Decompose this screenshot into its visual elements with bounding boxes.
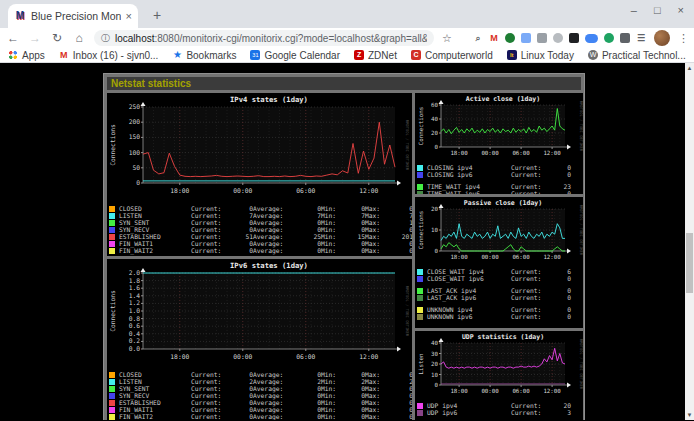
legend-row: LAST_ACK ipv4Current:0	[417, 287, 583, 294]
chart-canvas: 01020304018:0000:0006:0012:00UDP statist…	[417, 332, 583, 397]
chart-passive-close[interactable]: 0102018:0000:0006:0012:00Passive close (…	[415, 197, 583, 328]
scrollbar-up-icon[interactable]: ▲	[685, 63, 694, 73]
legend-stat-value: 0	[347, 413, 365, 420]
legend-stat-value: 0	[347, 406, 365, 413]
legend-swatch	[417, 288, 423, 294]
legend-row: CLOSE_WAIT ipv6Current:0	[417, 275, 583, 282]
new-tab-button[interactable]: +	[146, 4, 168, 26]
legend-row: SYN_SENTCurrent:0Average:0Min:0Max:1	[109, 219, 412, 226]
svg-text:10: 10	[431, 372, 438, 378]
legend-stat-value: 0	[553, 306, 571, 313]
minimize-icon[interactable]: –	[631, 4, 637, 16]
legend-stat-value: 0	[347, 392, 365, 399]
chart-canvas: 05010015020025018:0000:0006:0012:00IPv4 …	[109, 94, 409, 200]
legend-stat-label: Max:	[365, 371, 391, 378]
scrollbar-down-icon[interactable]: ▼	[685, 410, 694, 420]
legend-name: SYN_SENT	[119, 385, 191, 392]
bookmark-label: Computerworld	[425, 50, 493, 61]
svg-text:00:00: 00:00	[481, 254, 499, 260]
address-bar[interactable]: ⓘ localhost:8080/monitorix-cgi/monitorix…	[94, 30, 434, 46]
legend-stat-value: 7	[301, 212, 321, 219]
apps-icon	[8, 50, 18, 60]
maximize-icon[interactable]: □	[654, 4, 661, 16]
svg-text:06:00: 06:00	[296, 187, 315, 194]
chart-ipv4-states[interactable]: 05010015020025018:0000:0006:0012:00IPv4 …	[107, 93, 412, 256]
chart-udp-statistics[interactable]: 01020304018:0000:0006:0012:00UDP statist…	[415, 331, 583, 420]
legend-stat-label: Current:	[191, 240, 233, 247]
bookmark-item[interactable]: 31Google Calendar	[250, 50, 340, 61]
legend-stat-label: Min:	[321, 219, 347, 226]
puzzle-icon[interactable]	[620, 33, 630, 43]
green-leaf-icon[interactable]	[505, 33, 515, 43]
playlist-icon[interactable]: ☰	[636, 33, 646, 43]
legend-row: SYN_SENTCurrent:0Average:0Min:0Max:0	[109, 385, 412, 392]
bookmark-item[interactable]: ZZDNet	[354, 50, 397, 61]
legend-name: ESTABLISHED	[119, 233, 191, 240]
page-scrollbar[interactable]: ▲ ▼	[685, 63, 694, 420]
legend-stat-label: Min:	[321, 399, 347, 406]
bookmark-item[interactable]: Apps	[8, 50, 45, 61]
bookmark-item[interactable]: CComputerworld	[411, 50, 493, 61]
cookie-icon[interactable]	[553, 33, 563, 43]
bookmark-star-icon[interactable]: ☆	[442, 32, 452, 45]
gmail-icon[interactable]: M	[489, 33, 499, 43]
legend-row: CLOSING ipv4Current:0	[417, 164, 583, 171]
page-info-icon[interactable]: ⓘ	[101, 32, 110, 45]
dark-app-icon[interactable]	[569, 33, 579, 43]
legend-row: SYN_RECVCurrent:0Average:0Min:0Max:0	[109, 392, 412, 399]
reload-icon[interactable]: ↻	[50, 31, 64, 45]
legend-name: CLOSE_WAIT ipv6	[427, 275, 511, 282]
svg-text:40: 40	[431, 116, 438, 122]
svg-text:0.8: 0.8	[129, 315, 141, 322]
cw-icon: C	[411, 50, 421, 60]
back-icon[interactable]: ←	[6, 31, 20, 45]
legend-stat-value: 0	[553, 190, 571, 194]
legend-swatch	[109, 227, 115, 233]
bookmark-item[interactable]: ltLinux Today	[507, 50, 574, 61]
legend-swatch	[417, 165, 423, 171]
blue-pill-icon[interactable]	[585, 34, 598, 43]
url-text[interactable]: localhost:8080/monitorix-cgi/monitorix.c…	[115, 33, 427, 44]
pages-icon[interactable]	[521, 33, 531, 43]
legend-swatch	[417, 410, 423, 416]
legend-stat-label: Current:	[511, 294, 553, 301]
chart-ipv6-states[interactable]: 0.00.20.40.60.81.01.21.41.61.82.018:0000…	[107, 259, 412, 420]
search-icon[interactable]: ⌕	[473, 33, 483, 43]
bookmark-item[interactable]: WPractical Technol...	[588, 50, 686, 61]
legend-swatch	[417, 295, 423, 301]
home-icon[interactable]: ⌂	[72, 31, 86, 45]
extensions-row: ⌕M☰	[460, 33, 646, 43]
browser-menu-icon[interactable]: ⋮	[678, 32, 688, 45]
gray-app-icon[interactable]	[537, 33, 547, 43]
legend-stat-value: 6	[553, 268, 571, 275]
scrollbar-thumb[interactable]	[686, 233, 693, 293]
close-icon[interactable]: ×	[678, 4, 684, 16]
bookmark-item[interactable]: ★Bookmarks	[172, 50, 236, 61]
legend-stat-label: Average:	[253, 233, 301, 240]
legend-row: UNKNOWN ipv4Current:0	[417, 306, 583, 313]
legend-stat-label: Current:	[191, 378, 233, 385]
bookmark-item[interactable]: MInbox (16) - sjvn0...	[59, 50, 159, 61]
chart-title: Passive close (1day)	[464, 199, 542, 207]
legend-stat-value: 0	[553, 313, 571, 320]
legend-stat-label: Average:	[253, 378, 301, 385]
legend-stat-value: 0	[233, 406, 253, 413]
legend-stat-label: Current:	[511, 190, 553, 194]
svg-text:1.8: 1.8	[129, 277, 141, 284]
svg-text:06:00: 06:00	[512, 388, 530, 394]
bookmark-label: Bookmarks	[186, 50, 236, 61]
legend-row: LISTENCurrent:7Average:7Min:7Max:7	[109, 212, 412, 219]
tab-close-icon[interactable]: ×	[126, 10, 132, 22]
green-circle-icon[interactable]	[604, 33, 614, 43]
legend-stat-value: 0	[553, 294, 571, 301]
legend-row: UNKNOWN ipv6Current:0	[417, 313, 583, 320]
svg-text:0: 0	[435, 248, 439, 254]
legend-stat-label: Current:	[191, 371, 233, 378]
profile-avatar[interactable]	[654, 30, 670, 46]
chart-active-close[interactable]: 020406018:0000:0006:0012:00Active close …	[415, 93, 583, 194]
star-icon: ★	[172, 50, 182, 60]
legend-swatch	[109, 234, 115, 240]
svg-text:60: 60	[431, 102, 438, 108]
netstat-section: Netstat statistics 05010015020025018:000…	[103, 73, 585, 420]
browser-tab[interactable]: M Blue Precision Monitorix ×	[8, 4, 138, 28]
